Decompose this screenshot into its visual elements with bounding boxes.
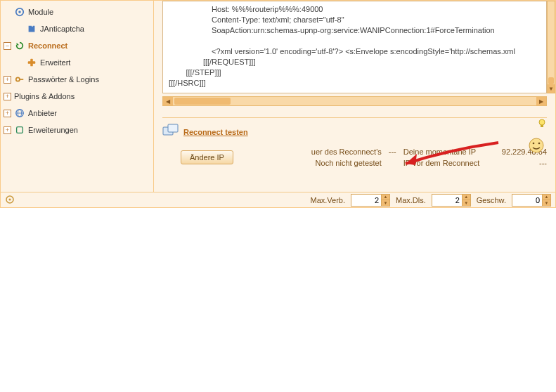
change-ip-button[interactable]: Ändere IP <box>181 150 233 164</box>
request-textarea[interactable]: Host: %%%routerip%%%:49000 Content-Type:… <box>162 1 547 93</box>
scroll-left-icon[interactable]: ◀ <box>163 97 173 105</box>
expander-expand[interactable]: + <box>4 126 11 134</box>
maxverb-input[interactable] <box>351 196 381 204</box>
content-panel: Host: %%%routerip%%%:49000 Content-Type:… <box>154 1 555 192</box>
svg-rect-5 <box>19 79 23 80</box>
svg-point-16 <box>538 143 541 145</box>
horizontal-scrollbar[interactable]: ◀ ▶ <box>162 96 547 106</box>
expander-blank <box>4 8 11 16</box>
ip-before-value: --- <box>502 159 547 167</box>
tool-icon <box>26 57 37 68</box>
expander-expand[interactable]: + <box>4 76 11 84</box>
spin-up-icon[interactable]: ▲ <box>462 195 470 200</box>
reconnect-test-section: Reconnect testen Ändere IP uer des Recon… <box>162 117 547 167</box>
sidebar-item-label: Plugins & Addons <box>14 92 75 100</box>
globe-icon <box>14 107 25 119</box>
sidebar-item-label: JAnticaptcha <box>40 25 84 33</box>
duration-value: --- <box>389 148 396 156</box>
scrollbar-thumb[interactable] <box>174 98 231 105</box>
svg-point-14 <box>529 138 543 152</box>
sidebar-item-passwoerter[interactable]: + Passwörter & Logins <box>1 71 153 88</box>
puzzle-icon <box>26 23 37 34</box>
sidebar-item-label: Reconnect <box>28 41 67 50</box>
hint-bulb-icon[interactable] <box>537 118 547 129</box>
spin-down-icon[interactable]: ▼ <box>542 200 550 206</box>
scrollbar-thumb[interactable] <box>548 77 554 84</box>
sidebar-item-reconnect[interactable]: − Reconnect <box>1 37 153 54</box>
expander-collapse[interactable]: − <box>4 42 11 50</box>
sidebar: Module JAnticaptcha − Reconnect Erweiter… <box>1 1 154 192</box>
duration-label: uer des Reconnect's <box>247 148 382 156</box>
spin-down-icon[interactable]: ▼ <box>381 200 389 206</box>
spin-up-icon[interactable]: ▲ <box>381 195 389 200</box>
reload-icon <box>14 40 25 51</box>
sidebar-item-label: Module <box>28 8 53 16</box>
svg-rect-13 <box>541 125 543 127</box>
scroll-right-icon[interactable]: ▶ <box>536 97 546 105</box>
smiley-icon <box>529 138 544 155</box>
geschw-input[interactable] <box>512 196 542 204</box>
expander-expand[interactable]: + <box>4 110 11 117</box>
svg-rect-11 <box>168 124 178 132</box>
key-icon <box>14 74 25 85</box>
current-ip-label: Deine momentane IP <box>403 148 495 156</box>
ext-icon <box>14 124 25 136</box>
status-icon <box>5 195 15 206</box>
sidebar-item-erweitert[interactable]: Erweitert <box>1 54 153 71</box>
svg-point-12 <box>539 119 545 125</box>
sidebar-item-label: Anbieter <box>28 109 57 117</box>
gear-icon <box>14 6 25 18</box>
svg-rect-9 <box>17 127 23 133</box>
sidebar-item-anbieter[interactable]: + Anbieter <box>1 105 153 122</box>
reconnect-test-title[interactable]: Reconnect testen <box>183 128 248 136</box>
statusbar: Max.Verb. ▲▼ Max.Dls. ▲▼ Geschw. ▲▼ <box>1 192 555 207</box>
svg-point-18 <box>9 198 11 200</box>
spin-down-icon[interactable]: ▼ <box>462 200 470 206</box>
sidebar-item-label: Passwörter & Logins <box>28 75 99 84</box>
sidebar-item-erweiterungen[interactable]: + Erweiterungen <box>1 122 153 138</box>
sidebar-item-janticaptcha[interactable]: JAnticaptcha <box>1 20 153 37</box>
scroll-down-icon[interactable]: ▼ <box>548 84 555 93</box>
spin-up-icon[interactable]: ▲ <box>542 195 550 200</box>
maxdls-spinner[interactable]: ▲▼ <box>432 194 471 207</box>
svg-point-1 <box>18 11 21 13</box>
geschw-spinner[interactable]: ▲▼ <box>512 194 551 207</box>
ip-before-label: IP vor dem Reconnect <box>403 159 495 167</box>
monitor-icon <box>162 124 179 141</box>
tested-label: Noch nicht getestet <box>247 159 382 167</box>
svg-point-15 <box>533 143 535 145</box>
geschw-label: Geschw. <box>477 196 506 204</box>
sidebar-item-module[interactable]: Module <box>1 4 153 20</box>
svg-rect-3 <box>30 59 33 67</box>
maxdls-label: Max.Dls. <box>396 196 426 204</box>
sidebar-item-label: Erweiterungen <box>28 126 78 134</box>
vertical-scrollbar[interactable]: ▼ <box>547 1 555 93</box>
sidebar-item-label: Erweitert <box>40 58 70 67</box>
maxverb-spinner[interactable]: ▲▼ <box>351 194 390 207</box>
expander-expand[interactable]: + <box>4 93 11 100</box>
sidebar-item-plugins[interactable]: + Plugins & Addons <box>1 88 153 105</box>
maxverb-label: Max.Verb. <box>311 196 346 204</box>
maxdls-input[interactable] <box>432 196 462 204</box>
